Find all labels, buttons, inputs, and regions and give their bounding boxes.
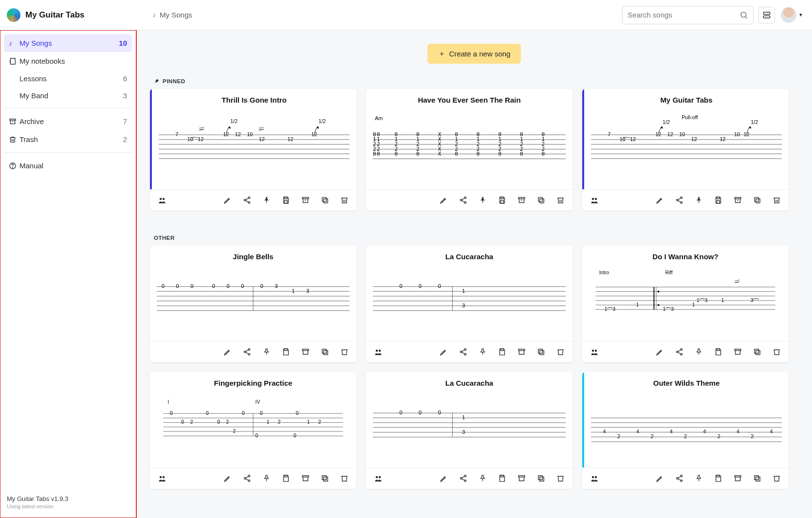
delete-button[interactable]: [771, 195, 782, 206]
edit-button[interactable]: [654, 473, 665, 484]
save-button[interactable]: [713, 347, 723, 357]
sidebar-item-archive[interactable]: Archive 7: [4, 112, 132, 130]
sidebar-item-manual[interactable]: Manual: [4, 157, 132, 175]
card-toolbar: [366, 189, 572, 211]
archive-button[interactable]: [516, 347, 527, 357]
copy-button[interactable]: [752, 195, 762, 206]
card-toolbar: [582, 189, 789, 211]
breadcrumb[interactable]: ♪ My Songs: [153, 11, 192, 19]
archive-button[interactable]: [516, 473, 527, 484]
save-button[interactable]: [497, 347, 507, 357]
save-button[interactable]: [497, 473, 507, 484]
save-button[interactable]: [280, 195, 291, 206]
archive-button[interactable]: [732, 473, 743, 484]
delete-button[interactable]: [339, 473, 350, 484]
copy-button[interactable]: [319, 473, 330, 484]
pin-button[interactable]: [261, 195, 272, 206]
share-button[interactable]: [458, 195, 468, 206]
svg-rect-4: [10, 58, 15, 64]
copy-button[interactable]: [319, 195, 330, 206]
share-button[interactable]: [458, 347, 468, 357]
tab-preview: 710 12 1/2 1212 10 12 12 1/2 12: [159, 108, 350, 166]
edit-button[interactable]: [438, 195, 449, 206]
sidebar-item-notebooks[interactable]: My notebooks: [4, 52, 132, 70]
delete-button[interactable]: [339, 195, 350, 206]
sidebar-notebook-my-band[interactable]: My Band 3: [4, 87, 132, 104]
song-card[interactable]: La Cucaracha 000 13: [366, 246, 572, 362]
save-button[interactable]: [280, 473, 291, 484]
edit-button[interactable]: [222, 195, 233, 206]
svg-text:12: 12: [235, 131, 241, 137]
pin-button[interactable]: [477, 347, 488, 357]
song-card[interactable]: Have You Ever Seen The Rain Am 01220 012…: [366, 89, 572, 211]
svg-line-135: [678, 200, 681, 202]
share-button[interactable]: [674, 195, 684, 206]
pin-button[interactable]: [477, 195, 488, 206]
pin-button[interactable]: [693, 347, 704, 357]
edit-button[interactable]: [222, 347, 233, 357]
song-card[interactable]: Outer Wilds Theme 42 42 42 42 42 4: [582, 372, 789, 489]
svg-rect-104: [500, 197, 503, 199]
archive-button[interactable]: [300, 473, 311, 484]
pin-button[interactable]: [261, 473, 272, 484]
archive-button[interactable]: [516, 195, 527, 206]
delete-button[interactable]: [555, 473, 566, 484]
song-card[interactable]: Jingle Bells 000 000 03 13: [150, 246, 356, 362]
sidebar-notebook-lessons[interactable]: Lessons 6: [4, 70, 132, 87]
copy-button[interactable]: [752, 347, 762, 357]
pin-button[interactable]: [261, 347, 272, 357]
copy-button[interactable]: [752, 473, 762, 484]
sidebar-item-my-songs[interactable]: ♪ My Songs 10: [4, 34, 132, 52]
save-button[interactable]: [280, 347, 291, 357]
delete-button[interactable]: [771, 473, 782, 484]
copy-button[interactable]: [319, 347, 330, 357]
song-card[interactable]: Do I Wanna Know? Intro Riff 13: [582, 246, 789, 362]
pin-button[interactable]: [693, 473, 704, 484]
profile-menu[interactable]: ▼: [781, 7, 803, 23]
song-card[interactable]: Fingerpicking Practice I IV 000 02 02: [150, 372, 356, 489]
svg-text:0: 0: [373, 151, 376, 157]
pin-button[interactable]: [693, 195, 704, 206]
delete-button[interactable]: [555, 347, 566, 357]
svg-line-34: [245, 198, 248, 200]
song-card[interactable]: La Cucaracha 000 13: [366, 372, 572, 489]
svg-line-134: [678, 198, 681, 200]
create-song-button[interactable]: ＋ Create a new song: [427, 44, 521, 64]
edit-button[interactable]: [438, 347, 449, 357]
delete-button[interactable]: [339, 347, 350, 357]
copy-button[interactable]: [535, 473, 546, 484]
save-button[interactable]: [713, 195, 723, 206]
svg-text:0: 0: [419, 410, 422, 415]
share-button[interactable]: [241, 473, 252, 484]
delete-button[interactable]: [555, 195, 566, 206]
edit-button[interactable]: [654, 195, 665, 206]
share-button[interactable]: [674, 473, 684, 484]
song-card[interactable]: Thrill Is Gone Intro 710 12 1/2: [150, 89, 356, 211]
share-button[interactable]: [241, 195, 252, 206]
sidebar-item-trash[interactable]: Trash 2: [4, 130, 132, 148]
save-button[interactable]: [497, 195, 507, 206]
song-card[interactable]: My Guitar Tabs Pull-off 710 12 1/2: [582, 89, 789, 211]
save-button[interactable]: [713, 473, 723, 484]
copy-button[interactable]: [535, 195, 546, 206]
svg-rect-220: [717, 349, 720, 351]
view-toggle-button[interactable]: [758, 7, 775, 23]
archive-button[interactable]: [732, 195, 743, 206]
pin-button[interactable]: [477, 473, 488, 484]
edit-button[interactable]: [654, 347, 665, 357]
copy-button[interactable]: [535, 347, 546, 357]
share-button[interactable]: [674, 347, 684, 357]
share-button[interactable]: [458, 473, 468, 484]
app-logo-icon: [7, 8, 20, 22]
archive-button[interactable]: [300, 347, 311, 357]
svg-text:0: 0: [438, 410, 441, 415]
edit-button[interactable]: [222, 473, 233, 484]
share-button[interactable]: [241, 347, 252, 357]
delete-button[interactable]: [771, 347, 782, 357]
edit-button[interactable]: [438, 473, 449, 484]
archive-button[interactable]: [300, 195, 311, 206]
search-input[interactable]: [627, 11, 739, 19]
search-box[interactable]: [622, 6, 754, 24]
archive-button[interactable]: [732, 347, 743, 357]
svg-point-30: [163, 197, 165, 200]
